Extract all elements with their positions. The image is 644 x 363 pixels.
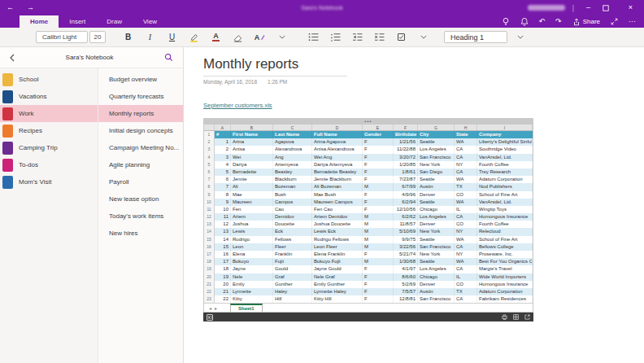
search-icon[interactable]: [164, 53, 173, 62]
chevron-down-icon[interactable]: [272, 29, 291, 46]
section-color-tab: [2, 107, 13, 120]
row-number: 23: [204, 295, 215, 303]
cell: CA: [455, 213, 477, 221]
style-select[interactable]: Heading 1: [444, 31, 507, 43]
cell: Agapova: [273, 138, 312, 146]
row-number: 1: [204, 131, 215, 138]
maximize-button[interactable]: [603, 5, 616, 11]
sidebar-page-initial-design-concepts[interactable]: Initial design concepts: [98, 122, 183, 139]
cell: Seattle: [418, 199, 455, 206]
grid-view-icon[interactable]: [513, 314, 519, 320]
sidebar-section-vacations[interactable]: Vacations: [0, 88, 98, 105]
spreadsheet-row: 1615LeonFleerLeon FleerM3/22/56San Franc…: [204, 243, 533, 251]
section-label: Camping Trip: [19, 144, 58, 151]
row-number: 15: [204, 236, 215, 243]
cell: Trey Research: [477, 168, 533, 176]
cell: VanArsdel, Ltd.: [477, 154, 533, 161]
cell: 12/10/56: [394, 206, 418, 213]
redo-icon[interactable]: ↷: [555, 18, 562, 25]
numbered-list-icon[interactable]: [326, 29, 345, 46]
cell: CO: [455, 191, 477, 199]
sidebar-section-school[interactable]: School: [0, 71, 98, 88]
sidebar-section-camping-trip[interactable]: Camping Trip: [0, 139, 98, 156]
row-number: 18: [204, 258, 215, 265]
cell: CA: [455, 295, 477, 303]
highlighter-icon[interactable]: [185, 29, 203, 46]
page-title[interactable]: Monthly reports: [203, 56, 644, 72]
cell: 17: [215, 258, 231, 265]
cell: Adatum Corporation: [477, 288, 533, 295]
forward-arrow-icon[interactable]: →: [27, 0, 34, 15]
excel-embed[interactable]: ••• ABCDEFGHI 1#First NameLast NameFull …: [203, 118, 533, 321]
font-name-select[interactable]: Calibri Light: [36, 31, 88, 43]
header-cell: City: [418, 131, 455, 138]
row-number: 7: [204, 176, 215, 183]
spreadsheet-preview[interactable]: ABCDEFGHI 1#First NameLast NameFull Name…: [203, 125, 533, 313]
fullscreen-icon[interactable]: [611, 18, 618, 25]
cell: 22: [215, 295, 231, 303]
tab-insert[interactable]: Insert: [59, 15, 96, 28]
sidebar-page-new-hires[interactable]: New hires: [98, 225, 183, 242]
sidebar-page-campaign-meeting-no[interactable]: Campaign Meeting No...: [98, 139, 183, 156]
share-button[interactable]: Share: [572, 18, 600, 26]
sidebar-page-today-s-work-items[interactable]: Today's work items: [98, 208, 183, 225]
tab-draw[interactable]: Draw: [96, 15, 133, 28]
tab-view[interactable]: View: [133, 15, 168, 28]
font-color-icon[interactable]: A: [207, 29, 225, 46]
text-styles-icon[interactable]: A: [250, 29, 269, 46]
sidebar-page-payroll[interactable]: Payroll: [98, 173, 183, 190]
cell: 8: [215, 191, 231, 199]
spreadsheet-row: 76JennieBlackburnJennie BlackburnF7/23/8…: [204, 176, 533, 183]
bullet-list-icon[interactable]: [304, 29, 323, 46]
underline-button[interactable]: U: [163, 29, 181, 46]
eraser-icon[interactable]: [228, 29, 247, 46]
embed-drag-handle[interactable]: •••: [203, 118, 533, 125]
cell: F: [363, 265, 394, 273]
sidebar-page-agile-planning[interactable]: Agile planning: [98, 156, 183, 173]
bold-button[interactable]: B: [119, 29, 137, 46]
popout-icon[interactable]: [524, 314, 530, 320]
cell: Seattle: [418, 138, 455, 146]
cell: F: [363, 273, 394, 281]
titlebar-divider: |: [572, 4, 574, 12]
minimize-button[interactable]: –: [581, 0, 595, 15]
sidebar-section-work[interactable]: Work: [0, 105, 98, 122]
sidebar-section-recipes[interactable]: Recipes: [0, 122, 98, 139]
sidebar-page-budget-overview[interactable]: Budget overview: [98, 71, 183, 88]
sidebar-section-mom-s-visit[interactable]: Mom's Visit: [0, 173, 98, 190]
back-arrow-icon[interactable]: ←: [7, 0, 14, 15]
todo-tag-checkbox-icon[interactable]: [392, 29, 411, 46]
attachment-link[interactable]: September customers.xls: [203, 102, 272, 109]
close-button[interactable]: ×: [624, 0, 637, 15]
cell: Anisa Alexandrova: [312, 146, 363, 153]
cell: Fourth Coffee: [477, 161, 533, 168]
decrease-indent-icon[interactable]: [348, 29, 367, 46]
row-number: 19: [204, 265, 215, 273]
sheet-nav-prev-icon[interactable]: ◂: [209, 305, 211, 311]
notebook-title[interactable]: Sara's Notebook: [15, 54, 164, 61]
cell: Joshua: [231, 221, 273, 228]
sheet-tab-sheet1[interactable]: Sheet1: [230, 304, 263, 312]
italic-button[interactable]: I: [141, 29, 159, 46]
font-size-select[interactable]: 20: [89, 31, 106, 43]
more-options-icon[interactable]: ···: [629, 18, 636, 25]
print-icon[interactable]: [502, 314, 507, 320]
undo-icon[interactable]: ↶: [539, 18, 546, 25]
cell: 6/7/99: [394, 183, 418, 190]
spreadsheet-row: 109MaureenCamposMaureen CamposF6/2/94Sea…: [204, 199, 533, 206]
tab-home[interactable]: Home: [20, 15, 59, 28]
sidebar-page-monthly-reports[interactable]: Monthly reports: [98, 105, 183, 122]
sidebar-page-quarterly-forecasts[interactable]: Quarterly forecasts: [98, 88, 183, 105]
increase-indent-icon[interactable]: [370, 29, 389, 46]
styles-chevron-down-icon[interactable]: [517, 35, 524, 39]
tags-chevron-down-icon[interactable]: [414, 29, 433, 46]
sidebar-section-to-dos[interactable]: To-dos: [0, 156, 98, 173]
cell: 2: [215, 146, 231, 153]
cell: F: [363, 199, 394, 206]
sheet-nav-next-icon[interactable]: ▸: [215, 305, 217, 311]
section-label: To-dos: [19, 161, 38, 168]
sidebar-page-new-lease-option[interactable]: New lease option: [98, 190, 183, 208]
pages-list: Budget overviewQuarterly forecastsMonthl…: [98, 68, 183, 363]
notifications-bell-icon[interactable]: [520, 17, 529, 26]
lightbulb-icon[interactable]: [502, 17, 510, 26]
